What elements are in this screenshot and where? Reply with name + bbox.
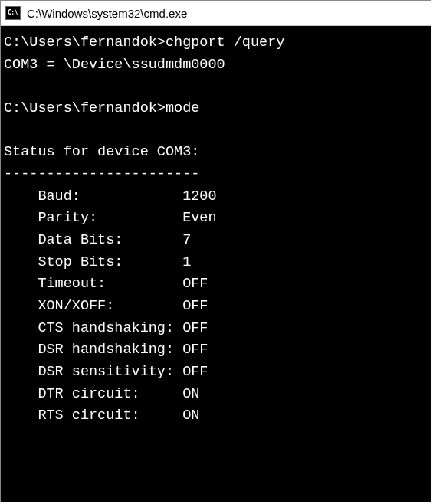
titlebar: C:\ C:\Windows\system32\cmd.exe <box>1 1 431 26</box>
prompt-line-1: C:\Users\fernandok>chgport /query <box>4 34 284 51</box>
prompt-line-2: C:\Users\fernandok>mode <box>4 100 199 116</box>
cmd-icon-text: C:\ <box>8 10 18 16</box>
cmd-icon: C:\ <box>5 6 21 20</box>
prompt-1: C:\Users\fernandok> <box>4 34 166 51</box>
window-title: C:\Windows\system32\cmd.exe <box>27 7 187 20</box>
status-header: Status for device COM3: <box>4 144 199 160</box>
prompt-2: C:\Users\fernandok> <box>4 100 166 116</box>
command-2: mode <box>166 100 199 116</box>
blank-line <box>4 120 426 142</box>
command-1: chgport /query <box>166 34 284 51</box>
cmd-window: C:\ C:\Windows\system32\cmd.exe C:\Users… <box>0 0 431 502</box>
status-rows: Baud: 1200 Parity: Even Data Bits: 7 Sto… <box>4 186 426 427</box>
blank-line <box>4 76 426 98</box>
terminal-area[interactable]: C:\Users\fernandok>chgport /query COM3 =… <box>1 26 431 502</box>
divider: ----------------------- <box>4 166 199 182</box>
output-line-1: COM3 = \Device\ssudmdm0000 <box>4 57 225 73</box>
